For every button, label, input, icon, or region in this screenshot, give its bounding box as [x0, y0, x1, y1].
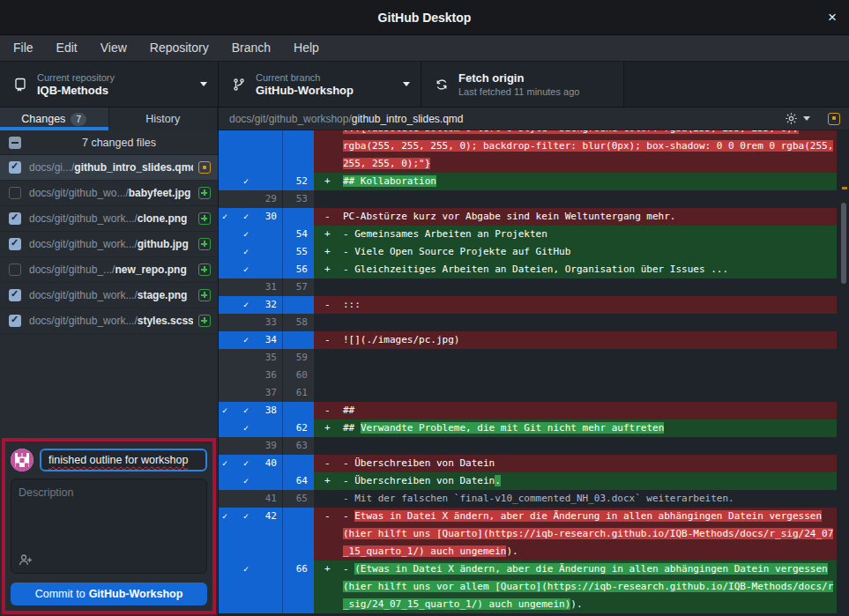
diff-row[interactable]: ✓56+- Gleichzeitiges Arbeiten an Dateien… — [219, 261, 837, 278]
line-include-checkbox[interactable] — [231, 155, 261, 173]
hunk-select-gutter[interactable]: ✓ — [219, 508, 231, 525]
line-include-checkbox[interactable] — [231, 543, 261, 560]
menu-item-file[interactable]: File — [2, 35, 45, 61]
diff-row[interactable]: 2953 — [219, 190, 837, 208]
line-include-checkbox[interactable]: ✓ — [231, 173, 261, 190]
file-include-checkbox[interactable] — [9, 238, 21, 250]
file-include-checkbox[interactable] — [9, 212, 21, 225]
fetch-origin-button[interactable]: Fetch origin Last fetched 11 minutes ago — [421, 62, 624, 107]
file-row[interactable]: docs/git/github_work.../styles.scss — [0, 308, 218, 334]
menu-item-help[interactable]: Help — [282, 35, 331, 61]
hunk-select-gutter[interactable] — [219, 155, 231, 173]
diff-row[interactable]: ✓-:::{.absolute bottom=0 left=0 style="b… — [219, 130, 837, 137]
diff-row[interactable]: ✓32-::: — [219, 296, 837, 314]
diff-row[interactable]: ✓✓30-PC-Abstürze kurz vor Abgabe sind ke… — [219, 208, 837, 226]
add-coauthor-icon[interactable] — [19, 553, 33, 567]
file-row[interactable]: docs/gi.../github_intro_slides.qmd — [0, 155, 218, 181]
file-include-checkbox[interactable] — [9, 289, 21, 301]
menu-item-view[interactable]: View — [89, 35, 138, 61]
line-include-checkbox[interactable]: ✓ — [231, 560, 261, 578]
diff-row[interactable]: ✓66+- (Etwas in Datei X ändern, aber die… — [219, 560, 837, 578]
hunk-select-gutter[interactable] — [219, 525, 231, 543]
line-include-checkbox[interactable] — [231, 596, 261, 613]
diff-row[interactable]: 4165- Mit der falschen `final-v10_commen… — [219, 490, 837, 508]
diff-row[interactable]: 255, 255, 0);"} — [219, 155, 837, 173]
file-row[interactable]: docs/git/github_work.../stage.png — [0, 283, 218, 308]
line-include-checkbox[interactable]: ✓ — [231, 419, 261, 437]
file-row[interactable]: docs/git/github_work.../github.jpg — [0, 232, 218, 257]
line-include-checkbox[interactable]: ✓ — [231, 402, 261, 419]
diff-row[interactable]: ✓✓40-- Überschreiben von Datein — [219, 455, 837, 472]
line-include-checkbox[interactable]: ✓ — [231, 243, 261, 261]
diff-row[interactable]: 3660 — [219, 367, 837, 384]
diff-row[interactable]: 3358 — [219, 314, 837, 331]
line-include-checkbox[interactable]: ✓ — [231, 208, 261, 226]
file-include-checkbox[interactable] — [9, 263, 21, 276]
file-row[interactable]: docs/git/github_.../new_repo.png — [0, 257, 218, 283]
diff-row[interactable]: ✓✓38-## — [219, 402, 837, 419]
current-repository-button[interactable]: Current repository IQB-Methods — [0, 62, 219, 107]
menu-item-edit[interactable]: Edit — [45, 35, 89, 61]
diff-row[interactable]: 3761 — [219, 384, 837, 402]
hunk-select-gutter[interactable] — [219, 173, 231, 190]
diff-row[interactable]: ✓55+- Viele Open Source Projekte auf Git… — [219, 243, 837, 261]
hunk-select-gutter[interactable]: ✓ — [219, 208, 231, 226]
file-row[interactable]: docs/git/github_work.../clone.png — [0, 206, 218, 232]
hunk-select-gutter[interactable] — [219, 596, 231, 613]
line-include-checkbox[interactable] — [231, 578, 261, 596]
menu-item-branch[interactable]: Branch — [220, 35, 282, 61]
menu-item-repository[interactable]: Repository — [138, 35, 220, 61]
hunk-select-gutter[interactable] — [219, 137, 231, 155]
hunk-select-gutter[interactable] — [219, 130, 231, 137]
diff-row[interactable]: ✓34-![](./images/pc.jpg) — [219, 331, 837, 349]
diff-row[interactable]: ✓62+## Verwandte Probleme, die mit Git n… — [219, 419, 837, 437]
file-include-checkbox[interactable] — [9, 187, 21, 199]
line-include-checkbox[interactable] — [231, 137, 261, 155]
current-branch-button[interactable]: Current branch GitHub-Workshop — [219, 62, 421, 107]
line-include-checkbox[interactable]: ✓ — [231, 130, 261, 137]
diff-row[interactable]: rgba(255, 255, 255, 0); backdrop-filter:… — [219, 137, 837, 155]
file-include-checkbox[interactable] — [9, 161, 21, 174]
hunk-select-gutter[interactable] — [219, 296, 231, 314]
hunk-select-gutter[interactable] — [219, 243, 231, 261]
commit-summary-input[interactable]: finished outline for workshop — [40, 449, 207, 471]
hunk-select-gutter[interactable] — [219, 226, 231, 243]
diff-row[interactable]: ✓52+## Kollaboration — [219, 173, 837, 190]
diff-row[interactable]: (hier hilft uns [Quarto](https://iqb-res… — [219, 525, 837, 543]
diff-row[interactable]: ✓54+- Gemeinsames Arbeiten an Projekten — [219, 226, 837, 243]
commit-button[interactable]: Commit to GitHub-Workshop — [11, 583, 207, 605]
line-include-checkbox[interactable]: ✓ — [231, 331, 261, 349]
diff-row[interactable]: ✓✓42-- Etwas in Datei X ändern, aber die… — [219, 508, 837, 525]
hunk-select-gutter[interactable] — [219, 419, 231, 437]
hunk-select-gutter[interactable] — [219, 472, 231, 490]
line-include-checkbox[interactable]: ✓ — [231, 261, 261, 278]
line-include-checkbox[interactable]: ✓ — [231, 296, 261, 314]
diff-row[interactable]: 3157 — [219, 278, 837, 296]
diff-row[interactable]: 3559 — [219, 349, 837, 367]
line-include-checkbox[interactable]: ✓ — [231, 455, 261, 472]
file-include-checkbox[interactable] — [9, 315, 21, 327]
tab-changes[interactable]: Changes7 — [0, 108, 109, 130]
line-include-checkbox[interactable] — [231, 525, 261, 543]
hunk-select-gutter[interactable] — [219, 543, 231, 560]
line-include-checkbox[interactable]: ✓ — [231, 508, 261, 525]
diff-row[interactable]: _sig/24_07_15_quarto_1/) auch ungemein))… — [219, 596, 837, 613]
diff-row[interactable]: (hier hilft uns vor allem [Quarto](https… — [219, 578, 837, 596]
diff-row[interactable]: ✓64+- Überschreiben von Datein. — [219, 472, 837, 490]
commit-description-textarea[interactable]: Description — [11, 479, 207, 574]
diff-row[interactable]: _15_quarto_1/) auch ungemein). — [219, 543, 837, 560]
scrollbar-thumb[interactable] — [841, 203, 846, 284]
select-all-checkbox[interactable] — [9, 137, 21, 149]
hunk-select-gutter[interactable] — [219, 331, 231, 349]
diff-options-button[interactable] — [785, 112, 810, 125]
hunk-select-gutter[interactable] — [219, 261, 231, 278]
line-include-checkbox[interactable]: ✓ — [231, 472, 261, 490]
hunk-select-gutter[interactable]: ✓ — [219, 455, 231, 472]
diff-row[interactable]: 3963 — [219, 437, 837, 455]
tab-history[interactable]: History — [109, 108, 219, 130]
close-window-button[interactable]: × — [828, 0, 837, 35]
hunk-select-gutter[interactable] — [219, 578, 231, 596]
file-row[interactable]: docs/git/github_wo.../babyfeet.jpg — [0, 181, 218, 206]
line-include-checkbox[interactable]: ✓ — [231, 226, 261, 243]
hunk-select-gutter[interactable]: ✓ — [219, 402, 231, 419]
